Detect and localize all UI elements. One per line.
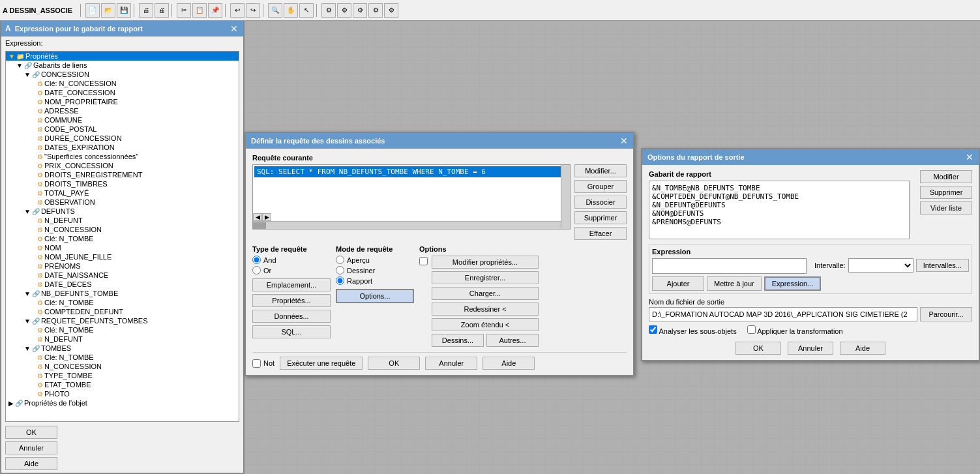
tree-item-nom-prop[interactable]: ⚙ NOM_PROPRIÉTAIRE	[6, 97, 239, 106]
fichier-input[interactable]	[649, 307, 917, 321]
select-btn[interactable]: ↖	[299, 3, 314, 18]
tree-item-cle-ntombe-d[interactable]: ⚙ Clé: N_TOMBE	[6, 234, 239, 243]
tree-item-nom-jeune[interactable]: ⚙ NOM_JEUNE_FILLE	[6, 252, 239, 261]
undo-btn[interactable]: ↩	[230, 3, 245, 18]
dessins-btn[interactable]: Dessins...	[432, 334, 484, 347]
analyser-checkbox[interactable]	[649, 325, 657, 334]
tree-item-n-conc-t[interactable]: ⚙ N_CONCESSION	[6, 362, 239, 371]
tree-item-tombes[interactable]: ▼ 🔗 TOMBES	[6, 344, 239, 353]
expression-opt-input[interactable]	[652, 258, 807, 274]
radio-rapport[interactable]	[336, 276, 344, 285]
tree-item-dates-exp[interactable]: ⚙ DATES_EXPIRATION	[6, 143, 239, 152]
dissocier-btn[interactable]: Dissocier	[574, 196, 627, 209]
zoom-etendu-btn[interactable]: Zoom étendu <	[432, 318, 539, 331]
tree-item-cle-ntombe-r[interactable]: ⚙ Clé: N_TOMBE	[6, 325, 239, 334]
tree-item-nom[interactable]: ⚙ NOM	[6, 243, 239, 252]
tools-btn5[interactable]: ⚙	[384, 3, 398, 18]
charger-btn[interactable]: Charger...	[432, 287, 539, 300]
tree-item-defunts[interactable]: ▼ 🔗 DEFUNTS	[6, 207, 239, 216]
enregistrer-btn[interactable]: Enregistrer...	[432, 271, 539, 284]
modifier-gabarit-btn[interactable]: Modifier	[920, 170, 972, 183]
executer-btn[interactable]: Exécuter une requête	[280, 357, 363, 370]
redessiner-btn[interactable]: Redessiner <	[432, 303, 539, 316]
radio-rapport-label[interactable]: Rapport	[336, 276, 414, 285]
redo-btn[interactable]: ↪	[246, 3, 260, 18]
analyser-label[interactable]: Analyser les sous-objets	[649, 325, 737, 335]
options-checkbox[interactable]	[419, 257, 428, 265]
cut-btn[interactable]: ✂	[177, 3, 191, 18]
tools-btn4[interactable]: ⚙	[368, 3, 383, 18]
not-checkbox[interactable]	[252, 359, 261, 368]
emplacement-btn[interactable]: Emplacement...	[252, 278, 331, 291]
annuler-options-btn[interactable]: Annuler	[788, 342, 833, 355]
proprietes-btn[interactable]: Propriétés...	[252, 294, 331, 307]
dialog-requete-close[interactable]: ✕	[620, 136, 628, 146]
open-btn[interactable]: 📂	[101, 3, 115, 18]
effacer-btn[interactable]: Effacer	[574, 227, 627, 240]
tree-item-date-deces[interactable]: ⚙ DATE_DECES	[6, 280, 239, 289]
tree-item-prix[interactable]: ⚙ PRIX_CONCESSION	[6, 161, 239, 170]
tree-item-commune[interactable]: ⚙ COMMUNE	[6, 115, 239, 125]
tools-btn1[interactable]: ⚙	[321, 3, 336, 18]
options-btn[interactable]: Options...	[336, 289, 414, 303]
tree-item-date-concession[interactable]: ⚙ DATE_CONCESSION	[6, 88, 239, 97]
tools-btn3[interactable]: ⚙	[353, 3, 367, 18]
tree-item-n-conc-d[interactable]: ⚙ N_CONCESSION	[6, 225, 239, 234]
mettre-a-jour-btn[interactable]: Mettre à jour	[707, 276, 762, 291]
annuler-requete-btn[interactable]: Annuler	[425, 357, 477, 370]
grouper-btn[interactable]: Grouper	[574, 180, 627, 193]
radio-apercu-label[interactable]: Aperçu	[336, 256, 414, 264]
radio-and-label[interactable]: And	[252, 256, 331, 264]
supprimer-gabarit-btn[interactable]: Supprimer	[920, 186, 972, 199]
tree-item-cle-nconcession[interactable]: ⚙ Clé: N_CONCESSION	[6, 79, 239, 88]
scroll-right-btn[interactable]: ▶	[262, 213, 271, 221]
vider-liste-btn[interactable]: Vider liste	[920, 201, 972, 215]
gabarit-textarea[interactable]	[649, 181, 910, 239]
donnees-btn[interactable]: Données...	[252, 310, 331, 323]
tree-item-droits-enreg[interactable]: ⚙ DROITS_ENREGISTREMENT	[6, 170, 239, 179]
save-btn[interactable]: 💾	[117, 3, 131, 18]
radio-apercu[interactable]	[336, 256, 344, 264]
tree-item-concession[interactable]: ▼ 🔗 CONCESSION	[6, 70, 239, 79]
tree-item-observation[interactable]: ⚙ OBSERVATION	[6, 198, 239, 207]
radio-or-label[interactable]: Or	[252, 266, 331, 274]
tree-item-etat-tombe[interactable]: ⚙ ETAT_TOMBE	[6, 380, 239, 389]
query-selected-item[interactable]: SQL: SELECT * FROM NB_DEFUNTS_TOMBE WHER…	[254, 166, 569, 177]
radio-or[interactable]	[252, 266, 261, 274]
tree-item-requete[interactable]: ▼ 🔗 REQUETE_DEFUNTS_TOMBES	[6, 316, 239, 325]
tree-item-code-postal[interactable]: ⚙ CODE_POSTAL	[6, 125, 239, 134]
tree-item-type-tombe[interactable]: ⚙ TYPE_TOMBE	[6, 371, 239, 380]
new-btn[interactable]: 📄	[85, 3, 100, 18]
sql-btn[interactable]: SQL...	[252, 325, 331, 338]
tree-item-n-defunt[interactable]: ⚙ N_DEFUNT	[6, 216, 239, 225]
tree-item-total-paye[interactable]: ⚙ TOTAL_PAYÉ	[6, 188, 239, 198]
appliquer-label[interactable]: Appliquer la transformation	[747, 325, 843, 335]
tree-item-duree[interactable]: ⚙ DURÉE_CONCESSION	[6, 134, 239, 143]
tree-item-droits-timbres[interactable]: ⚙ DROITS_TIMBRES	[6, 179, 239, 188]
expression-opt-btn[interactable]: Expression...	[764, 276, 822, 291]
appliquer-checkbox[interactable]	[747, 325, 756, 334]
tree-item-prop-objet[interactable]: ▶ 🔗 Propriétés de l'objet	[6, 398, 239, 407]
annuler-button[interactable]: Annuler	[5, 441, 57, 454]
radio-dessiner-label[interactable]: Dessiner	[336, 266, 414, 274]
tree-item-cle-ntombe-t[interactable]: ⚙ Clé: N_TOMBE	[6, 353, 239, 362]
ok-button[interactable]: OK	[5, 426, 57, 439]
print2-btn[interactable]: 🖨	[155, 3, 169, 18]
tree-item-cle-ntombe-nb[interactable]: ⚙ Clé: N_TOMBE	[6, 298, 239, 307]
ok-requete-btn[interactable]: OK	[368, 357, 420, 370]
scroll-left-btn[interactable]: ◀	[253, 213, 262, 221]
supprimer-requete-btn[interactable]: Supprimer	[574, 211, 627, 224]
intervalles-btn[interactable]: Intervalles...	[916, 259, 969, 272]
radio-and[interactable]	[252, 256, 261, 264]
not-label[interactable]: Not	[252, 359, 275, 368]
parcourir-btn[interactable]: Parcourir...	[920, 307, 972, 321]
ok-options-btn[interactable]: OK	[735, 342, 781, 355]
tree-item-0[interactable]: ▼ 📁 Propriétés	[6, 52, 239, 61]
tree-item-superficies[interactable]: ⚙ "Superficies concessionnées"	[6, 152, 239, 161]
tree-item-nb-defunts[interactable]: ▼ 🔗 NB_DEFUNTS_TOMBE	[6, 289, 239, 298]
dialog-options-close[interactable]: ✕	[966, 152, 973, 162]
ajouter-btn[interactable]: Ajouter	[652, 276, 704, 291]
autres-btn[interactable]: Autres...	[486, 334, 539, 347]
aide-button[interactable]: Aide	[5, 457, 57, 470]
tree-item-date-naiss[interactable]: ⚙ DATE_NAISSANCE	[6, 271, 239, 280]
